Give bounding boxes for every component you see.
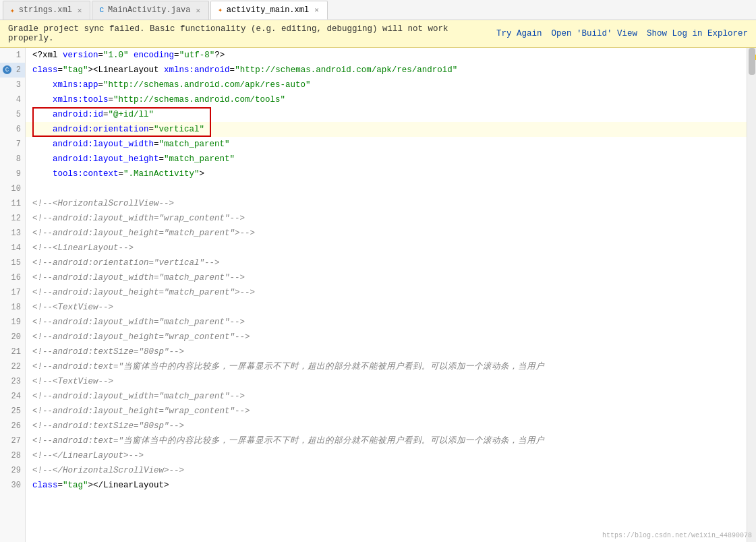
code-line-5: android:id="@+id/ll" xyxy=(26,107,747,122)
line-num-29: 29 xyxy=(0,463,25,478)
line-num-26: 26 xyxy=(0,419,25,433)
line-num-4: 4 xyxy=(0,92,25,107)
code-line-21: <!--android:textSize="80sp"--> xyxy=(26,344,747,359)
line-num-16: 16 xyxy=(0,270,25,285)
line-num-22: 22 xyxy=(0,359,25,374)
warning-bar: Gradle project sync failed. Basic functi… xyxy=(0,20,756,48)
line-num-15: 15 xyxy=(0,255,25,270)
tab-bar: ✦ strings.xml ✕ C MainActivity.java ✕ ✦ … xyxy=(0,0,756,20)
code-line-25: <!--android:layout_height="wrap_content"… xyxy=(26,404,747,419)
line-num-8: 8 xyxy=(0,152,25,167)
line-num-17: 17 xyxy=(0,285,25,300)
tab-label-strings: strings.xml xyxy=(19,5,72,15)
tab-icon-strings: ✦ xyxy=(10,6,15,15)
line-num-11: 11 xyxy=(0,196,25,211)
code-line-10 xyxy=(26,181,747,196)
line-num-21: 21 xyxy=(0,344,25,359)
code-line-11: <!--<HorizontalScrollView--> xyxy=(26,196,747,211)
line-num-28: 28 xyxy=(0,448,25,463)
line-num-30: 30 xyxy=(0,478,25,493)
code-line-17: <!--android:layout_height="match_parent"… xyxy=(26,285,747,300)
line-num-25: 25 xyxy=(0,404,25,419)
line-num-13: 13 xyxy=(0,226,25,241)
tab-close-activity-main[interactable]: ✕ xyxy=(313,5,320,15)
line-num-5: 5 xyxy=(0,107,25,122)
code-line-6: android:orientation="vertical" xyxy=(26,122,747,137)
code-line-24: <!--android:layout_width="match_parent"-… xyxy=(26,389,747,404)
line-num-3: 3 xyxy=(0,78,25,92)
tab-label-mainactivity: MainActivity.java xyxy=(108,5,190,15)
code-line-28: <!--</LinearLayout>--> xyxy=(26,448,747,463)
code-line-27: <!--android:text="当窗体当中的内容比较多，一屏幕显示不下时，超… xyxy=(26,433,747,448)
tab-close-mainactivity[interactable]: ✕ xyxy=(195,5,202,16)
code-line-19: <!--android:layout_width="match_parent"-… xyxy=(26,315,747,330)
scrollbar-thumb[interactable] xyxy=(749,48,755,75)
warning-message: Gradle project sync failed. Basic functi… xyxy=(8,24,487,43)
line-num-10: 10 xyxy=(0,181,25,196)
code-line-18: <!--<TextView--> xyxy=(26,300,747,315)
line-num-18: 18 xyxy=(0,300,25,315)
code-line-13: <!--android:layout_height="match_parent"… xyxy=(26,226,747,241)
code-line-2: class="tag"><LinearLayout xmlns:android=… xyxy=(26,63,747,78)
line-num-7: 7 xyxy=(0,137,25,152)
code-line-3: xmlns:app="http://schemas.android.com/ap… xyxy=(26,78,747,92)
code-line-29: <!--</HorizontalScrollView>--> xyxy=(26,463,747,478)
scrollbar-track[interactable] xyxy=(747,48,756,542)
line-num-6: 6 xyxy=(0,122,25,137)
tab-activity-main[interactable]: ✦ activity_main.xml ✕ xyxy=(210,1,328,20)
tab-strings-xml[interactable]: ✦ strings.xml ✕ xyxy=(3,1,90,20)
line-num-24: 24 xyxy=(0,389,25,404)
code-line-12: <!--android:layout_width="wrap_content"-… xyxy=(26,211,747,226)
code-line-7: android:layout_width="match_parent" xyxy=(26,137,747,152)
code-line-9: tools:context=".MainActivity"> xyxy=(26,167,747,181)
line-num-12: 12 xyxy=(0,211,25,226)
try-again-link[interactable]: Try Again xyxy=(496,29,542,38)
code-line-8: android:layout_height="match_parent" xyxy=(26,152,747,167)
code-line-1: <?xml version="1.0" encoding="utf-8"?> xyxy=(26,48,747,63)
line-numbers: 1C23456789101112131415161718192021222324… xyxy=(0,48,26,542)
line-num-20: 20 xyxy=(0,330,25,344)
editor-container: 1C23456789101112131415161718192021222324… xyxy=(0,48,756,542)
code-line-30: class="tag"></LinearLayout> xyxy=(26,478,747,493)
code-line-26: <!--android:textSize="80sp"--> xyxy=(26,419,747,433)
line-num-14: 14 xyxy=(0,241,25,255)
code-line-4: xmlns:tools="http://schemas.android.com/… xyxy=(26,92,747,107)
tab-label-activity-main: activity_main.xml xyxy=(227,5,309,15)
tab-close-strings[interactable]: ✕ xyxy=(76,5,84,16)
code-area[interactable]: <?xml version="1.0" encoding="utf-8"?>cl… xyxy=(26,48,747,542)
code-line-14: <!--<LinearLayout--> xyxy=(26,241,747,255)
code-content: <?xml version="1.0" encoding="utf-8"?>cl… xyxy=(26,48,747,542)
tab-icon-mainactivity: C xyxy=(99,6,104,14)
line-num-19: 19 xyxy=(0,315,25,330)
line-num-1: 1 xyxy=(0,48,25,63)
code-line-23: <!--<TextView--> xyxy=(26,374,747,389)
code-line-20: <!--android:layout_height="wrap_content"… xyxy=(26,330,747,344)
line-num-27: 27 xyxy=(0,433,25,448)
open-build-view-link[interactable]: Open 'Build' View xyxy=(551,29,637,38)
line-num-2: C2 xyxy=(0,63,25,78)
code-line-22: <!--android:text="当窗体当中的内容比较多，一屏幕显示不下时，超… xyxy=(26,359,747,374)
line-num-9: 9 xyxy=(0,167,25,181)
code-line-15: <!--android:orientation="vertical"--> xyxy=(26,255,747,270)
line-num-23: 23 xyxy=(0,374,25,389)
code-line-16: <!--android:layout_width="match_parent"-… xyxy=(26,270,747,285)
tab-mainactivity[interactable]: C MainActivity.java ✕ xyxy=(92,1,209,20)
tab-icon-activity-main: ✦ xyxy=(218,5,223,14)
show-log-link[interactable]: Show Log in Explorer xyxy=(647,29,748,38)
